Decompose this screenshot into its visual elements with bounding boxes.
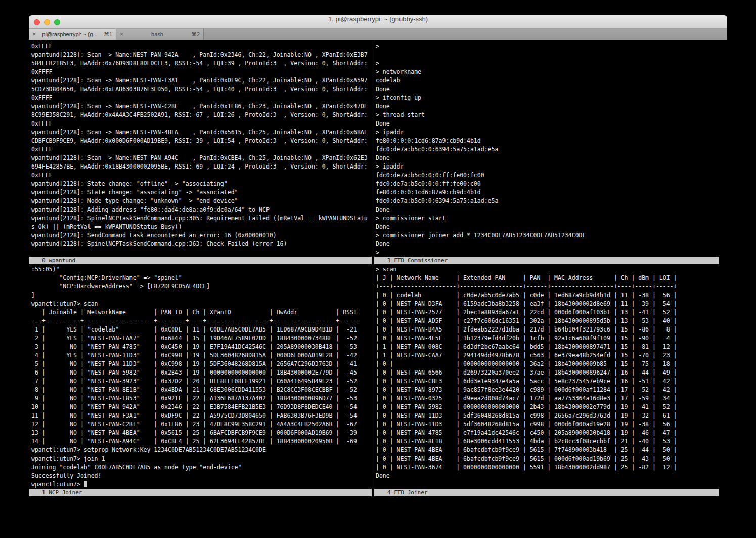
tab-bash[interactable]: × bash ⌘2 — [116, 29, 204, 40]
tab-shortcut: ⌘2 — [191, 31, 200, 38]
tab-ssh-session[interactable]: × pi@raspberrypi: ~ (g... ⌘1 — [29, 29, 116, 40]
close-button[interactable] — [34, 19, 40, 25]
tab-label: pi@raspberrypi: ~ (g... — [38, 31, 101, 37]
pane-ncp-joiner[interactable]: :55:05)" "Config:NCP:DriverName" => "spi… — [29, 264, 372, 489]
close-tab-icon[interactable]: × — [120, 31, 123, 38]
terminal-window: 1. pi@raspberrypi: ~ (gnubby-ssh) × pi@r… — [29, 15, 727, 529]
tab-label: bash — [126, 31, 189, 37]
pane-ftd-commissioner[interactable]: > > > networkname codelab Done > ifconfi… — [374, 41, 727, 257]
window-title: 1. pi@raspberrypi: ~ (gnubby-ssh) — [29, 15, 727, 23]
pane-title-ftd-joiner: 4 FTD Joiner — [374, 489, 719, 496]
pane-wpantund[interactable]: 0xFFFF wpantund[2128]: Scan -> Name:NEST… — [29, 41, 372, 257]
titlebar[interactable]: 1. pi@raspberrypi: ~ (gnubby-ssh) — [29, 15, 727, 29]
ftd-joiner-output: > scan | J | Network Name | Extended PAN… — [376, 265, 727, 480]
text-cursor — [84, 481, 87, 487]
tab-shortcut: ⌘1 — [104, 31, 112, 38]
pane-title-wpantund: 0 wpantund — [29, 257, 372, 264]
tab-bar: × pi@raspberrypi: ~ (g... ⌘1 × bash ⌘2 — [29, 29, 727, 40]
pane-title-ftd-commissioner: 3 FTD Commissioner — [374, 257, 719, 264]
close-tab-icon[interactable]: × — [32, 31, 36, 38]
traffic-lights — [34, 19, 60, 25]
shell-prompt: wpanctl:utun7> — [31, 481, 84, 488]
pane-title-ncp-joiner: 1 NCP Joiner — [29, 489, 372, 496]
ftd-commissioner-output: > > > networkname codelab Done > ifconfi… — [376, 42, 727, 257]
pane-ftd-joiner[interactable]: > scan | J | Network Name | Extended PAN… — [374, 264, 727, 489]
zoom-button[interactable] — [54, 19, 60, 25]
ncp-joiner-output: :55:05)" "Config:NCP:DriverName" => "spi… — [31, 265, 372, 480]
tab-bar-filler — [204, 29, 727, 40]
wpantund-log: 0xFFFF wpantund[2128]: Scan -> Name:NEST… — [31, 42, 372, 249]
shell-prompt-line: wpanctl:utun7> — [31, 480, 372, 489]
terminal-content: 0xFFFF wpantund[2128]: Scan -> Name:NEST… — [29, 41, 727, 529]
minimize-button[interactable] — [44, 19, 50, 25]
